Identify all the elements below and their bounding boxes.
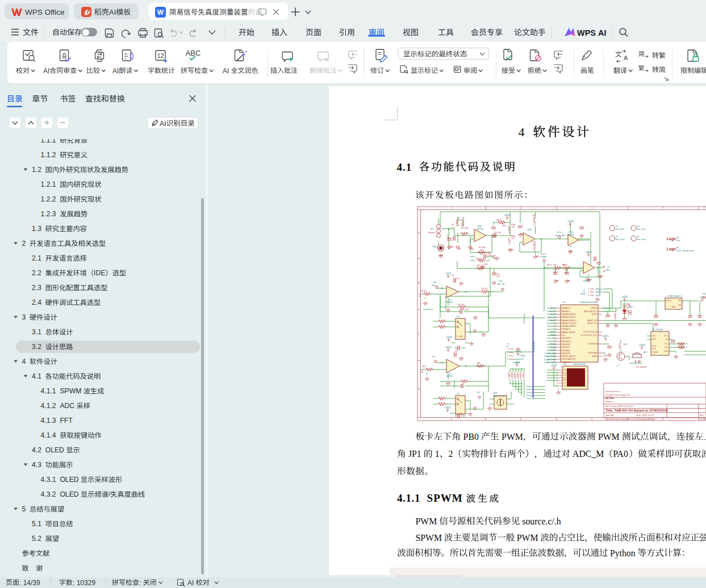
- svg-text:Python: Python: [610, 548, 636, 558]
- svg-text:V3: V3: [666, 338, 668, 341]
- svg-text:Date: 2021-11-29: Date: 2021-11-29: [636, 414, 654, 417]
- svg-text:D+: D+: [686, 343, 689, 345]
- svg-text:PC14-OSC32_IN: PC14-OSC32_IN: [583, 331, 598, 333]
- svg-text:PB5/MOSI: PB5/MOSI: [562, 352, 570, 355]
- svg-text:Audio_ADC: Audio_ADC: [555, 234, 566, 237]
- svg-text:H1: H1: [616, 225, 618, 228]
- svg-text:PWM: PWM: [598, 432, 620, 442]
- svg-text:SCL: SCL: [520, 358, 524, 360]
- svg-text:AI: AI: [160, 120, 166, 128]
- svg-text:Key1: Key1: [550, 310, 555, 313]
- svg-text:4.1: 4.1: [397, 161, 412, 173]
- svg-text:17: 17: [554, 340, 556, 342]
- svg-text:JP1: JP1: [430, 228, 435, 230]
- svg-text:Hole_3mm: Hole_3mm: [637, 238, 646, 241]
- svg-text:4.3.2: 4.3.2: [41, 490, 56, 498]
- svg-text:R12v 1k: R12v 1k: [477, 264, 484, 267]
- svg-text:OLED_RES: OLED_RES: [544, 355, 555, 358]
- svg-text:PB1/ADC9: PB1/ADC9: [562, 328, 571, 330]
- svg-text:N3: N3: [676, 247, 679, 249]
- svg-text:V+ GND: V+ GND: [457, 335, 463, 338]
- svg-text:C8 0.33uF: C8 0.33uF: [461, 227, 469, 229]
- svg-text:Sheet: /: Sheet: /: [605, 400, 614, 403]
- svg-text:Key1: Key1: [527, 385, 532, 388]
- svg-text:1: 1: [451, 418, 453, 421]
- svg-text:3.2: 3.2: [32, 343, 41, 351]
- svg-text:TP3: TP3: [476, 392, 479, 394]
- svg-text:4.1.3: 4.1.3: [41, 417, 56, 425]
- svg-text:Hole_3mm: Hole_3mm: [637, 228, 646, 230]
- svg-text:D2: D2: [627, 310, 629, 313]
- svg-text:2.4: 2.4: [32, 299, 41, 306]
- svg-text:GND: GND: [603, 355, 608, 357]
- svg-text:OLED_CLK: OLED_CLK: [544, 362, 555, 364]
- svg-text:A: A: [624, 54, 628, 61]
- svg-text:SWD: SWD: [580, 292, 586, 295]
- svg-text:PWM: PWM: [502, 432, 523, 442]
- svg-text:Designed by Gongyu Su: Designed by Gongyu Su: [605, 393, 630, 396]
- svg-text:R17 1M: R17 1M: [458, 304, 464, 306]
- svg-text:4.7k: 4.7k: [452, 226, 455, 229]
- svg-text:LMV358: LMV358: [476, 228, 483, 230]
- svg-text:LMV358: LMV358: [567, 234, 574, 236]
- svg-text:Key3: Key3: [550, 343, 555, 345]
- svg-text:200k: 200k: [458, 219, 462, 221]
- svg-text:+3V3: +3V3: [515, 350, 521, 353]
- svg-text::: :: [139, 579, 141, 587]
- svg-text:1.3: 1.3: [32, 225, 41, 233]
- svg-text:16: 16: [554, 337, 556, 339]
- svg-text:STM32G0x1GB8: STM32G0x1GB8: [579, 301, 598, 304]
- svg-text:TXD: TXD: [652, 335, 656, 337]
- svg-text:J3: J3: [607, 266, 609, 268]
- svg-text:Key5: Key5: [527, 397, 532, 400]
- svg-text:R2: R2: [627, 305, 629, 307]
- svg-text:1.1.2: 1.1.2: [41, 151, 56, 159]
- svg-text:TNOW: TNOW: [652, 351, 658, 354]
- svg-text:PC6: PC6: [562, 334, 565, 337]
- svg-text:PB6/SCL/MISO2: PB6/SCL/MISO2: [562, 355, 575, 358]
- svg-text:H1: H1: [637, 236, 640, 238]
- svg-text:ABC: ABC: [186, 49, 201, 57]
- svg-text:R23: R23: [423, 366, 426, 368]
- svg-text:DIN: DIN: [563, 377, 566, 379]
- svg-text:Hole_3mm: Hole_3mm: [616, 228, 625, 230]
- svg-text:SW1: SW1: [550, 331, 555, 333]
- svg-text:R6: R6: [452, 224, 454, 226]
- svg-text:6: 6: [557, 382, 558, 384]
- svg-text:+3V3: +3V3: [567, 220, 574, 223]
- svg-text:GND: GND: [671, 306, 676, 308]
- svg-text:IDE: IDE: [94, 269, 105, 277]
- svg-text:AI: AI: [109, 8, 116, 16]
- svg-text:Logo: Logo: [667, 237, 676, 241]
- svg-text:3: 3: [588, 295, 589, 297]
- svg-text:WPS: WPS: [25, 8, 43, 16]
- svg-text:2: 2: [520, 418, 522, 421]
- svg-text:Hole_3mm: Hole_3mm: [616, 238, 625, 241]
- svg-text:PA1/ADC1: PA1/ADC1: [562, 310, 570, 313]
- svg-text:1: 1: [435, 449, 440, 459]
- svg-text:VCC: VCC: [563, 372, 567, 374]
- svg-text:TP10: TP10: [702, 293, 706, 295]
- svg-text:AI: AI: [223, 67, 229, 75]
- svg-text:5.2: 5.2: [32, 535, 41, 543]
- svg-text:1.2.3: 1.2.3: [41, 210, 56, 218]
- svg-text:33nF: 33nF: [502, 225, 506, 227]
- svg-text:CLK: CLK: [563, 374, 567, 376]
- svg-text:PA0: PA0: [613, 449, 628, 459]
- svg-text:OLED128128: OLED128128: [573, 363, 586, 366]
- svg-text:Key4: Key4: [550, 346, 555, 348]
- svg-text:U1 ME6206A-3.3: U1 ME6206A-3.3: [666, 295, 682, 297]
- svg-text:SWCLK: SWCLK: [595, 288, 604, 291]
- svg-text:U2: U2: [562, 301, 566, 304]
- svg-text:Key5: Key5: [550, 349, 555, 351]
- svg-text:W: W: [157, 9, 164, 16]
- svg-text:C20: C20: [487, 254, 491, 256]
- svg-text:OLED: OLED: [60, 490, 78, 498]
- svg-text:JP1: JP1: [408, 449, 421, 459]
- svg-text:C12 0.1uF: C12 0.1uF: [494, 232, 501, 234]
- svg-text:AI: AI: [43, 67, 49, 75]
- svg-text:8: 8: [555, 313, 556, 316]
- svg-text:5: 5: [22, 505, 26, 513]
- svg-text:PA8/MCO/NSS2: PA8/MCO/NSS2: [562, 331, 575, 334]
- svg-text:R34: R34: [477, 362, 481, 364]
